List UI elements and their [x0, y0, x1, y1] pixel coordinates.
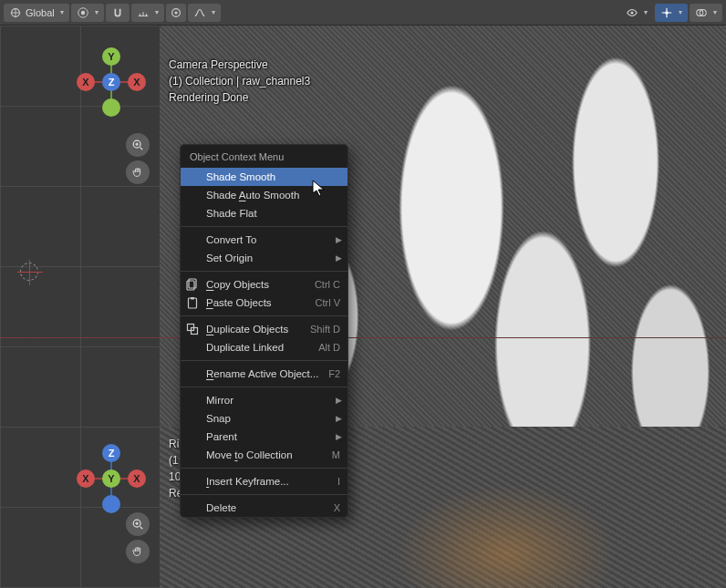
menu-item-label: Parent	[206, 431, 340, 442]
zoom-button[interactable]	[126, 133, 150, 157]
snap-mode-dropdown[interactable]: ▾	[131, 4, 164, 22]
status-line: (1) Collection | raw_channel3	[169, 73, 310, 89]
menu-item-shortcut: X	[334, 502, 340, 513]
menu-item-set-origin[interactable]: Set Origin▶	[181, 249, 347, 267]
axis-y-neg[interactable]	[102, 98, 120, 117]
header-toolbar: Global ▾ ▾ ▾ ▾ ▾ ▾	[0, 0, 726, 26]
menu-item-paste-objects[interactable]: Paste ObjectsCtrl V	[181, 294, 347, 312]
chevron-down-icon: ▾	[95, 8, 99, 16]
hand-icon	[131, 545, 144, 558]
submenu-arrow-icon: ▶	[336, 414, 342, 423]
menu-item-rename-active-object[interactable]: Rename Active Object...F2	[181, 365, 347, 383]
axis-z[interactable]: Z	[102, 73, 120, 91]
eye-icon	[626, 6, 638, 19]
snap-toggle[interactable]	[106, 4, 130, 22]
submenu-arrow-icon: ▶	[336, 253, 342, 263]
context-menu-title: Object Context Menu	[181, 145, 347, 168]
paste-icon	[186, 296, 199, 309]
axis-z-neg[interactable]	[102, 495, 120, 513]
menu-item-label: Snap	[206, 413, 340, 424]
menu-item-shortcut: Ctrl V	[316, 297, 341, 308]
svg-point-6	[665, 11, 669, 15]
menu-item-label: Duplicate Objects	[206, 324, 310, 335]
menu-item-shade-auto-smooth[interactable]: Shade Auto Smooth	[181, 186, 347, 204]
snap-increment-icon	[137, 6, 150, 19]
menu-item-label: Paste Objects	[206, 297, 316, 308]
menu-item-move-to-collection[interactable]: Move to CollectionM	[181, 446, 347, 464]
menu-separator	[181, 387, 347, 387]
magnify-plus-icon	[131, 518, 144, 531]
falloff-smooth-icon	[193, 6, 206, 19]
magnet-icon	[111, 6, 124, 19]
viewport-status-top: Camera Perspective (1) Collection | raw_…	[169, 57, 310, 106]
status-line: Camera Perspective	[169, 57, 310, 73]
cursor-3d-icon	[20, 263, 38, 281]
menu-item-duplicate-linked[interactable]: Duplicate LinkedAlt D	[181, 338, 347, 356]
menu-item-snap[interactable]: Snap▶	[181, 409, 347, 428]
axis-z-pos[interactable]: Z	[102, 444, 120, 462]
status-line: Rendering Done	[169, 89, 310, 106]
submenu-arrow-icon: ▶	[336, 432, 342, 441]
menu-item-label: Convert To	[206, 234, 340, 245]
menu-item-label: Set Origin	[206, 253, 340, 263]
pan-button[interactable]	[126, 160, 150, 184]
menu-item-label: Shade Auto Smooth	[206, 190, 340, 201]
menu-item-shortcut: F2	[328, 368, 340, 379]
menu-item-mirror[interactable]: Mirror▶	[181, 391, 347, 409]
menu-item-shortcut: Ctrl C	[315, 279, 340, 290]
menu-separator	[181, 494, 347, 495]
duplicate-icon	[186, 323, 199, 335]
svg-point-4	[174, 11, 177, 14]
submenu-arrow-icon: ▶	[336, 235, 342, 244]
svg-point-5	[630, 11, 633, 14]
menu-separator	[181, 226, 347, 227]
menu-item-shade-smooth[interactable]: Shade Smooth	[181, 168, 347, 186]
zoom-button[interactable]	[126, 512, 150, 536]
axis-y-pos[interactable]: Y	[102, 47, 120, 66]
menu-separator	[181, 360, 347, 361]
overlays-dropdown[interactable]: ▾	[690, 4, 722, 22]
axis-y[interactable]: Y	[102, 469, 120, 488]
chevron-down-icon: ▾	[155, 8, 159, 16]
menu-item-copy-objects[interactable]: Copy ObjectsCtrl C	[181, 275, 347, 294]
nav-gizmo-top[interactable]: X X Y Z	[75, 46, 148, 119]
menu-item-duplicate-objects[interactable]: Duplicate ObjectsShift D	[181, 320, 347, 338]
menu-item-shortcut: M	[332, 449, 340, 460]
proportional-toggle[interactable]	[166, 4, 186, 22]
gizmos-dropdown[interactable]: ▾	[655, 4, 688, 22]
menu-item-shade-flat[interactable]: Shade Flat	[181, 204, 347, 222]
menu-separator	[181, 468, 347, 469]
chevron-down-icon: ▾	[679, 8, 682, 16]
hand-icon	[131, 166, 144, 179]
menu-item-delete[interactable]: DeleteX	[181, 499, 347, 517]
overlays-icon	[695, 6, 708, 19]
axis-x-pos[interactable]: X	[128, 73, 146, 91]
menu-item-convert-to[interactable]: Convert To▶	[181, 231, 347, 249]
magnify-plus-icon	[131, 139, 144, 151]
chevron-down-icon: ▾	[60, 8, 64, 16]
nav-gizmo-bottom[interactable]: X X Z Y	[75, 442, 148, 515]
axis-x-neg[interactable]: X	[77, 469, 95, 488]
menu-item-label: Duplicate Linked	[206, 342, 318, 353]
gizmo-toggle-icon	[660, 6, 673, 19]
orientation-icon	[9, 6, 22, 19]
menu-item-parent[interactable]: Parent▶	[181, 428, 347, 446]
chevron-down-icon: ▾	[212, 8, 215, 16]
menu-item-label: Rename Active Object...	[206, 368, 328, 379]
visibility-dropdown[interactable]: ▾	[620, 4, 653, 22]
menu-item-label: Move to Collection	[206, 449, 332, 460]
pan-button[interactable]	[126, 540, 150, 563]
falloff-dropdown[interactable]: ▾	[188, 4, 221, 22]
orientation-dropdown[interactable]: Global ▾	[4, 4, 69, 22]
svg-point-1	[81, 10, 85, 14]
menu-separator	[181, 315, 347, 316]
horizon-line	[0, 337, 726, 338]
menu-item-insert-keyframe[interactable]: Insert Keyframe...I	[181, 472, 347, 490]
header-right-group: ▾ ▾ ▾	[620, 4, 722, 22]
menu-item-label: Shade Flat	[206, 208, 340, 219]
menu-item-shortcut: Shift D	[310, 324, 340, 335]
axis-x-pos[interactable]: X	[128, 469, 146, 488]
svg-rect-13	[189, 298, 197, 308]
pivot-dropdown[interactable]: ▾	[71, 4, 104, 22]
axis-x-neg[interactable]: X	[77, 73, 95, 91]
